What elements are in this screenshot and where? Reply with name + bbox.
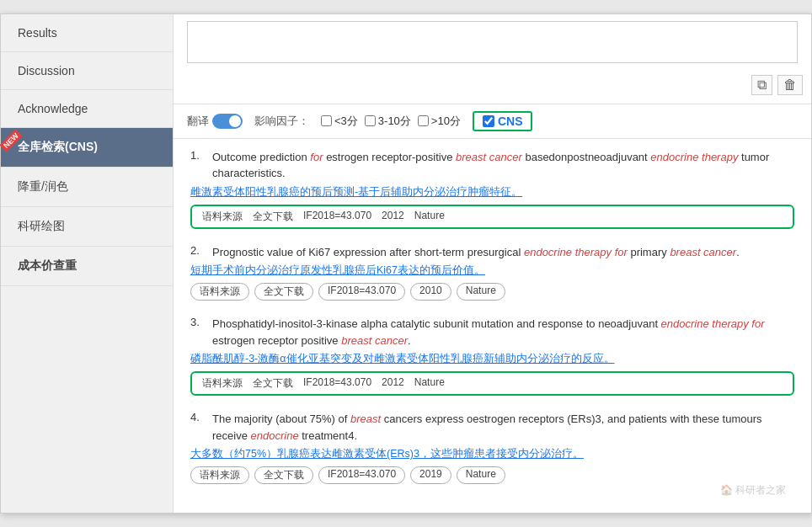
result-translation[interactable]: 大多数（约75%）乳腺癌表达雌激素受体(ERs)3，这些肿瘤患者接受内分泌治疗。 xyxy=(190,447,794,461)
tags-row: 语料来源全文下载IF2018=43.0702019Nature xyxy=(190,466,794,484)
result-title: Outcome prediction for estrogen receptor… xyxy=(212,149,794,182)
tag-语料来源[interactable]: 语料来源 xyxy=(197,209,248,225)
tag-IF2018-43-070[interactable]: IF2018=43.070 xyxy=(298,375,377,391)
results-list: 1.Outcome prediction for estrogen recept… xyxy=(174,139,811,514)
result-title-row: 4.The majority (about 75%) of breast can… xyxy=(190,411,794,447)
tag-2019[interactable]: 2019 xyxy=(410,466,451,484)
cns-filter-box[interactable]: CNS xyxy=(473,111,533,131)
tag-Nature[interactable]: Nature xyxy=(409,375,450,391)
result-tags: 语料来源全文下载IF2018=43.0702019Nature xyxy=(190,466,794,484)
translate-toggle-group: 翻译 xyxy=(187,114,243,129)
result-title: The majority (about 75%) of breast cance… xyxy=(212,411,794,444)
tag-IF2018-43-070[interactable]: IF2018=43.070 xyxy=(318,466,405,484)
filter-gt10[interactable]: >10分 xyxy=(418,114,461,129)
sidebar-item-discussion[interactable]: Discussion xyxy=(1,52,173,90)
filter-bar: 翻译 影响因子： <3分 3-10分 xyxy=(174,104,811,139)
result-number: 1. xyxy=(190,149,206,185)
watermark: 🏠 科研者之家 xyxy=(720,483,786,498)
filter-lt3-checkbox[interactable] xyxy=(321,115,332,126)
filter-gt10-checkbox[interactable] xyxy=(418,115,429,126)
sidebar-item-results[interactable]: Results xyxy=(1,14,173,52)
sidebar-item-cost-check[interactable]: 成本价查重 xyxy=(1,247,173,286)
tag-全文下载[interactable]: 全文下载 xyxy=(254,466,313,484)
sidebar-item-full-search[interactable]: NEW全库检索(CNS) xyxy=(1,128,173,168)
result-item-4: 4.The majority (about 75%) of breast can… xyxy=(190,411,794,484)
result-number: 3. xyxy=(190,316,206,352)
delete-icon[interactable]: 🗑 xyxy=(777,75,803,95)
tags-group-highlighted: 语料来源全文下载IF2018=43.0702012Nature xyxy=(190,205,794,229)
sidebar: ResultsDiscussionAcknowledgeNEW全库检索(CNS)… xyxy=(1,14,174,514)
result-number: 4. xyxy=(190,411,206,447)
tags-row: 语料来源全文下载IF2018=43.0702010Nature xyxy=(190,283,794,301)
result-item-3: 3.Phosphatidyl-inositol-3-kinase alpha c… xyxy=(190,316,794,396)
tag-全文下载[interactable]: 全文下载 xyxy=(248,209,298,225)
top-bar: ⧉ 🗑 xyxy=(174,67,811,104)
result-translation[interactable]: 磷脂酰肌醇-3-激酶α催化亚基突变及对雌激素受体阳性乳腺癌新辅助内分泌治疗的反应… xyxy=(190,352,794,366)
result-title: Phosphatidyl-inositol-3-kinase alpha cat… xyxy=(212,316,794,349)
tag-Nature[interactable]: Nature xyxy=(457,466,505,484)
sidebar-item-label: Results xyxy=(18,26,57,40)
tag-语料来源[interactable]: 语料来源 xyxy=(197,375,248,391)
translate-label: 翻译 xyxy=(187,114,209,129)
result-tags: 语料来源全文下载IF2018=43.0702012Nature xyxy=(190,205,794,229)
tag-语料来源[interactable]: 语料来源 xyxy=(190,466,249,484)
result-item-2: 2.Prognostic value of Ki67 expression af… xyxy=(190,244,794,301)
filter-lt3[interactable]: <3分 xyxy=(321,114,358,129)
result-translation[interactable]: 雌激素受体阳性乳腺癌的预后预测-基于后辅助内分泌治疗肿瘤特征。 xyxy=(190,185,794,200)
tag-全文下载[interactable]: 全文下载 xyxy=(254,283,313,301)
sidebar-item-label: 全库检索(CNS) xyxy=(18,140,98,153)
filter-3-10[interactable]: 3-10分 xyxy=(365,114,411,129)
tag-IF2018-43-070[interactable]: IF2018=43.070 xyxy=(298,209,377,225)
tags-group-highlighted: 语料来源全文下载IF2018=43.0702012Nature xyxy=(190,371,794,396)
result-title-row: 2.Prognostic value of Ki67 expression af… xyxy=(190,244,794,264)
tag-2012[interactable]: 2012 xyxy=(377,375,409,391)
result-title: Prognostic value of Ki67 expression afte… xyxy=(212,244,740,261)
sidebar-item-label: Acknowledge xyxy=(18,102,88,115)
result-title-row: 3.Phosphatidyl-inositol-3-kinase alpha c… xyxy=(190,316,794,352)
result-number: 2. xyxy=(190,244,206,264)
tag-Nature[interactable]: Nature xyxy=(409,209,450,225)
input-area[interactable] xyxy=(187,21,798,63)
result-item-1: 1.Outcome prediction for estrogen recept… xyxy=(190,149,794,229)
result-tags: 语料来源全文下载IF2018=43.0702012Nature xyxy=(190,371,794,396)
sidebar-item-acknowledge[interactable]: Acknowledge xyxy=(1,90,173,128)
toggle-knob xyxy=(229,115,241,127)
result-title-row: 1.Outcome prediction for estrogen recept… xyxy=(190,149,794,185)
tag-Nature[interactable]: Nature xyxy=(457,283,505,301)
impact-filter-group: <3分 3-10分 >10分 xyxy=(321,114,461,129)
cns-label: CNS xyxy=(498,114,523,128)
tag-语料来源[interactable]: 语料来源 xyxy=(190,283,249,301)
copy-icon[interactable]: ⧉ xyxy=(751,75,772,95)
filter-lt3-label: <3分 xyxy=(334,114,358,129)
filter-gt10-label: >10分 xyxy=(431,114,461,129)
tag-全文下载[interactable]: 全文下载 xyxy=(248,375,298,391)
cns-checkbox[interactable] xyxy=(483,115,494,127)
sidebar-item-label: Discussion xyxy=(18,64,75,77)
sidebar-item-label: 成本价查重 xyxy=(18,258,77,272)
sidebar-item-reduce-color[interactable]: 降重/润色 xyxy=(1,168,173,207)
sidebar-item-research-draw[interactable]: 科研绘图 xyxy=(1,207,173,247)
filter-3-10-label: 3-10分 xyxy=(378,114,411,129)
translate-toggle[interactable] xyxy=(212,114,243,129)
tag-2010[interactable]: 2010 xyxy=(410,283,451,301)
result-translation[interactable]: 短期手术前内分泌治疗原发性乳腺癌后Ki67表达的预后价值。 xyxy=(190,264,794,278)
main-area: ⧉ 🗑 翻译 影响因子： <3分 xyxy=(174,14,811,514)
result-tags: 语料来源全文下载IF2018=43.0702010Nature xyxy=(190,283,794,301)
tag-2012[interactable]: 2012 xyxy=(377,209,409,225)
tag-IF2018-43-070[interactable]: IF2018=43.070 xyxy=(318,283,405,301)
filter-3-10-checkbox[interactable] xyxy=(365,115,376,126)
impact-label: 影响因子： xyxy=(254,114,309,129)
sidebar-item-label: 降重/润色 xyxy=(18,179,68,193)
sidebar-item-label: 科研绘图 xyxy=(18,219,65,232)
